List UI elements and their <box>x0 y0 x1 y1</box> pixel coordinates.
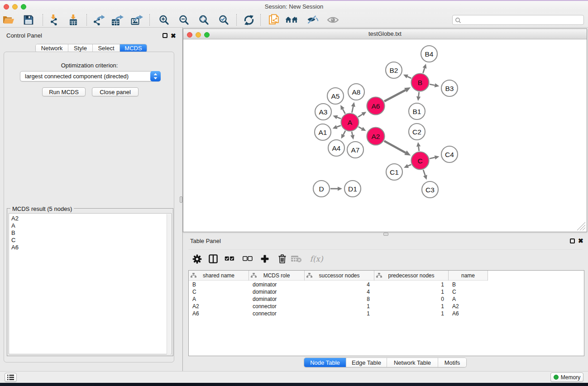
tab-style[interactable]: Style <box>68 44 93 52</box>
result-scrollbar[interactable] <box>167 214 171 354</box>
graph-node-B2[interactable]: B2 <box>386 62 402 78</box>
network-canvas[interactable]: B4 B2 B B3 A8 A5 A6 B1 A3 A C2 A1 A2 <box>183 39 587 232</box>
edge-C-C2[interactable] <box>419 147 419 151</box>
mcds-result-list[interactable]: A2ABCA6 <box>9 213 172 354</box>
window-resize-grip[interactable] <box>576 221 586 231</box>
edge-A-A2[interactable] <box>359 127 362 129</box>
edge-A6-B[interactable] <box>384 90 406 101</box>
edge-A-A3[interactable] <box>337 117 341 119</box>
mcds-result-item[interactable]: A <box>11 222 19 229</box>
column-header-name[interactable]: name <box>449 271 488 281</box>
zoom-traffic-light[interactable] <box>21 4 26 10</box>
edge-B-B1[interactable] <box>419 92 419 96</box>
column-header-successor-nodes[interactable]: successor nodes <box>305 271 374 281</box>
tab-network-table[interactable]: Network Table <box>387 358 438 367</box>
edge-A2-C[interactable] <box>384 141 406 152</box>
graph-node-C3[interactable]: C3 <box>422 181 438 198</box>
export-image-button[interactable] <box>129 14 144 26</box>
network-home-button[interactable] <box>284 14 300 26</box>
graph-node-A2[interactable]: A2 <box>367 128 385 145</box>
graph-node-D[interactable]: D <box>313 181 330 197</box>
column-header-MCDS-role[interactable]: MCDS role <box>249 271 305 281</box>
table-settings-gear-button[interactable] <box>190 253 204 265</box>
edge-A-A5[interactable] <box>343 109 345 114</box>
graph-node-C2[interactable]: C2 <box>409 124 425 140</box>
close-panel-icon[interactable]: ✖ <box>171 33 176 38</box>
horizontal-splitter-grip[interactable] <box>383 233 388 236</box>
edge-A-A7[interactable] <box>352 132 353 135</box>
table-row[interactable]: Cdominator41C <box>189 288 584 295</box>
graph-node-D1[interactable]: D1 <box>344 181 361 197</box>
open-file-button[interactable] <box>1 14 16 26</box>
show-columns-button[interactable] <box>206 253 220 265</box>
run-mcds-button[interactable]: Run MCDS <box>42 87 86 96</box>
column-header-predecessor-nodes[interactable]: predecessor nodes <box>374 271 449 281</box>
mcds-result-item[interactable]: A6 <box>11 244 19 251</box>
add-column-plus-button[interactable] <box>258 253 272 265</box>
close-panel-button[interactable]: Close panel <box>92 87 139 96</box>
graph-node-A8[interactable]: A8 <box>348 84 364 100</box>
memory-button[interactable]: Memory <box>550 372 583 382</box>
optimization-criterion-select[interactable]: largest connected component (directed) <box>20 71 161 81</box>
task-history-button[interactable] <box>5 373 17 382</box>
net-close-traffic-light[interactable] <box>187 32 192 38</box>
edge-A-A1[interactable] <box>337 125 341 127</box>
zoom-in-button[interactable] <box>156 14 172 26</box>
refresh-network-button[interactable] <box>241 14 257 26</box>
graph-node-C1[interactable]: C1 <box>386 164 402 180</box>
graph-node-A5[interactable]: A5 <box>327 88 344 104</box>
graph-node-B[interactable]: B <box>411 74 429 91</box>
hide-glasses-button[interactable] <box>305 14 320 26</box>
tab-node-table[interactable]: Node Table <box>304 358 346 367</box>
graph-node-B3[interactable]: B3 <box>441 80 458 96</box>
tab-select[interactable]: Select <box>93 44 120 52</box>
edge-C-C4[interactable] <box>430 157 435 159</box>
table-row[interactable]: Bdominator41B <box>189 281 584 288</box>
edge-B-B2[interactable] <box>407 76 411 78</box>
show-eye-button[interactable] <box>325 14 340 26</box>
graph-node-A1[interactable]: A1 <box>315 124 331 140</box>
zoom-selected-button[interactable] <box>216 14 231 26</box>
graph-node-C[interactable]: C <box>411 152 429 170</box>
tab-edge-table[interactable]: Edge Table <box>346 358 387 367</box>
edge-A-A6[interactable] <box>358 114 363 117</box>
column-header-shared-name[interactable]: shared name <box>189 271 249 281</box>
table-row[interactable]: Adominator80A <box>189 295 584 303</box>
edge-B-B4[interactable] <box>423 68 425 73</box>
net-zoom-traffic-light[interactable] <box>204 32 210 38</box>
table-close-panel-icon[interactable]: ✖ <box>578 238 583 243</box>
edge-C-C3[interactable] <box>423 170 425 176</box>
graph-node-C4[interactable]: C4 <box>441 146 458 162</box>
tab-motifs[interactable]: Motifs <box>438 358 466 367</box>
graph-node-A3[interactable]: A3 <box>315 104 331 120</box>
graph-node-B1[interactable]: B1 <box>409 103 425 119</box>
delete-table-disabled-button[interactable] <box>290 253 303 265</box>
unselect-all-checks-button[interactable] <box>241 253 254 265</box>
graph-node-A7[interactable]: A7 <box>347 142 363 158</box>
net-minimize-traffic-light[interactable] <box>196 32 201 38</box>
edge-B-B3[interactable] <box>430 84 435 85</box>
delete-column-trash-button[interactable] <box>275 253 289 265</box>
graph-node-A4[interactable]: A4 <box>328 140 344 156</box>
save-session-button[interactable] <box>21 14 36 26</box>
mcds-result-item[interactable]: B <box>11 229 19 237</box>
graph-node-B4[interactable]: B4 <box>421 46 437 62</box>
table-float-panel-icon[interactable] <box>570 238 575 243</box>
session-snapshot-button[interactable] <box>266 14 282 26</box>
vertical-splitter-grip[interactable] <box>180 196 182 203</box>
export-table-button[interactable] <box>110 14 125 26</box>
zoom-fit-button[interactable] <box>196 14 211 26</box>
tab-network[interactable]: Network <box>36 44 68 52</box>
minimize-traffic-light[interactable] <box>12 4 18 10</box>
mcds-result-item[interactable]: C <box>11 237 19 244</box>
tab-mcds[interactable]: MCDS <box>120 44 147 52</box>
export-network-button[interactable] <box>91 14 106 26</box>
select-stepper-icon[interactable] <box>150 71 161 81</box>
table-row[interactable]: A6connector11A6 <box>189 310 584 317</box>
edge-A-A8[interactable] <box>352 106 353 113</box>
node-table[interactable]: shared nameMCDS rolesuccessor nodesprede… <box>188 270 584 356</box>
function-builder-button[interactable]: f(x) <box>310 253 323 265</box>
select-all-checks-button[interactable] <box>223 253 236 265</box>
float-panel-icon[interactable] <box>163 33 167 38</box>
import-network-button[interactable] <box>46 14 62 26</box>
